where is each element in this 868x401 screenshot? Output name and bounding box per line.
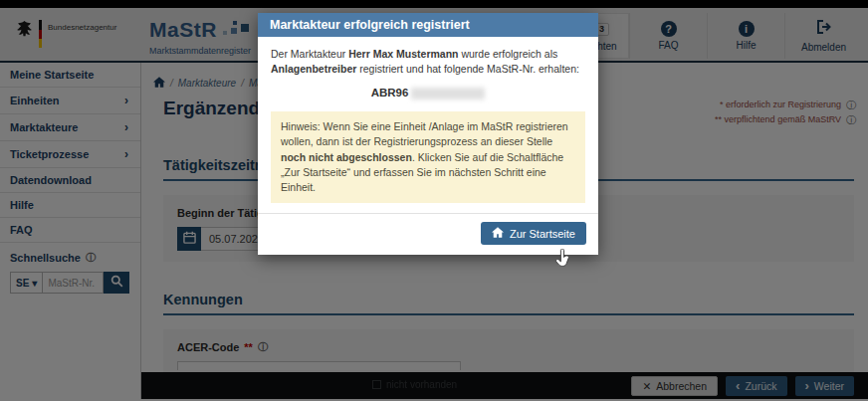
actor-role: Anlagenbetreiber bbox=[271, 63, 356, 75]
modal-title: Marktakteur erfolgreich registriert bbox=[258, 13, 598, 37]
redacted-number bbox=[411, 88, 485, 100]
hint-box: Hinweis: Wenn Sie eine Einheit /Anlage i… bbox=[271, 111, 585, 203]
modal-text: Der Marktakteur bbox=[271, 48, 348, 60]
mastr-number-prefix: ABR96 bbox=[371, 87, 409, 99]
mastr-number: ABR96 bbox=[271, 85, 585, 101]
modal-text: wurde erfolgreich als bbox=[458, 48, 557, 60]
actor-name: Herr Max Mustermann bbox=[348, 48, 458, 60]
hint-text: Hinweis: Wenn Sie eine Einheit /Anlage i… bbox=[281, 120, 568, 147]
modal-footer: Zur Startseite bbox=[258, 213, 598, 255]
modal-body-text: Der Marktakteur Herr Max Mustermann wurd… bbox=[258, 37, 598, 109]
zur-startseite-button[interactable]: Zur Startseite bbox=[481, 222, 586, 245]
modal-text: registriert und hat folgende MaStR-Nr. e… bbox=[356, 63, 579, 75]
home-icon bbox=[492, 227, 504, 240]
success-modal: Marktakteur erfolgreich registriert Der … bbox=[258, 13, 598, 255]
hint-bold: noch nicht abgeschlossen bbox=[281, 151, 412, 163]
zur-startseite-label: Zur Startseite bbox=[510, 228, 575, 240]
